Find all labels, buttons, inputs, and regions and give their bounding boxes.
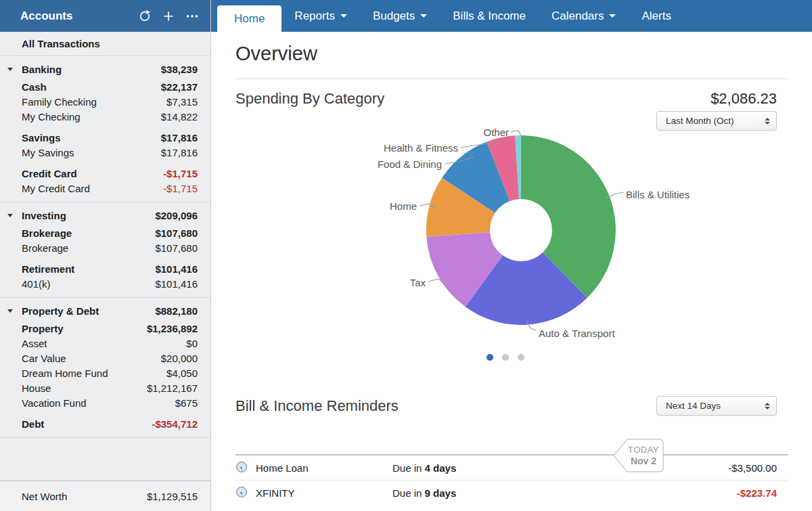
clock-icon — [235, 486, 248, 498]
account-balance: $14,822 — [161, 111, 198, 123]
nav-alerts[interactable]: Alerts — [629, 0, 683, 32]
add-icon[interactable] — [161, 9, 176, 24]
today-date: Nov 2 — [625, 456, 662, 467]
due-prefix: Due in — [392, 462, 422, 474]
account-balance: $22,137 — [161, 81, 198, 93]
sidebar-item-my-savings[interactable]: My Savings$17,816 — [0, 145, 210, 160]
pie-label-auto-transport: Auto & Transport — [539, 328, 615, 339]
due-days: 4 days — [425, 462, 457, 474]
reminder-row-xfinity[interactable]: XFINITYDue in 9 days-$223.74 — [235, 481, 788, 506]
due-prefix: Due in — [392, 487, 422, 499]
spending-period-value: Last Month (Oct) — [666, 116, 734, 126]
due-days: 9 days — [425, 487, 457, 499]
account-label: Investing — [22, 210, 66, 221]
pie-label-health-fitness: Health & Fitness — [384, 142, 458, 154]
nav-item-label: Home — [234, 12, 265, 26]
reminders-range-select[interactable]: Next 14 Days — [656, 396, 777, 416]
reminder-due: Due in 4 days — [392, 462, 728, 474]
spending-period-select[interactable]: Last Month (Oct) — [656, 111, 777, 131]
account-label: Vacation Fund — [22, 397, 87, 409]
sidebar-item-cash[interactable]: Cash$22,137 — [0, 79, 210, 94]
app-window: Accounts — [0, 0, 812, 511]
more-icon[interactable] — [185, 9, 200, 24]
pie-label-food-dining: Food & Dining — [378, 158, 442, 170]
today-label: TODAY — [625, 444, 662, 456]
sidebar-item-vacation-fund[interactable]: Vacation Fund$675 — [0, 395, 210, 410]
reminder-name: XFINITY — [256, 487, 392, 499]
reminders-section-header: Bill & Income Reminders Next 14 Days — [235, 396, 788, 416]
page-dot-1[interactable] — [487, 354, 493, 361]
account-balance: -$1,715 — [163, 183, 198, 194]
reminder-row-home-loan[interactable]: Home LoanDue in 4 days-$3,500.00 — [235, 456, 788, 481]
sidebar-item-debt[interactable]: Debt-$354,712 — [0, 416, 210, 431]
spending-total: $2,086.23 — [710, 90, 777, 108]
account-balance: $101,416 — [155, 263, 198, 275]
page-dot-2[interactable] — [502, 354, 509, 361]
nav-calendars[interactable]: Calendars — [539, 0, 629, 32]
sidebar-item-dream-home-fund[interactable]: Dream Home Fund$4,050 — [0, 365, 210, 380]
account-balance: -$1,715 — [163, 168, 198, 179]
section-divider — [235, 79, 788, 79]
account-balance: $0 — [186, 338, 198, 349]
sidebar-item-credit-card[interactable]: Credit Card-$1,715 — [0, 166, 210, 181]
overview-content: Overview Spending By Category $2,086.23 … — [211, 32, 812, 511]
page-dot-3[interactable] — [518, 354, 524, 361]
sidebar-item-house[interactable]: House$1,212,167 — [0, 380, 210, 395]
accounts-section: Property & Debt$882,180Property$1,236,89… — [0, 298, 210, 438]
account-label: Asset — [22, 338, 47, 349]
account-label: Credit Card — [22, 168, 77, 179]
accounts-list: Banking$38,239Cash$22,137Family Checking… — [0, 56, 210, 438]
select-stepper-icon — [765, 118, 770, 125]
sidebar-item-banking[interactable]: Banking$38,239 — [0, 60, 210, 78]
account-label: Brokerage — [22, 227, 72, 239]
account-balance: $675 — [175, 397, 198, 409]
chevron-down-icon — [340, 14, 347, 18]
sidebar-item-property[interactable]: Property$1,236,892 — [0, 321, 210, 336]
account-balance: $38,239 — [161, 64, 198, 75]
sidebar-item-asset[interactable]: Asset$0 — [0, 336, 210, 351]
accounts-section: Banking$38,239Cash$22,137Family Checking… — [0, 56, 210, 202]
pie-label-tax: Tax — [410, 277, 426, 288]
net-worth-row: Net Worth $1,129,515 — [0, 481, 210, 511]
sidebar-item-brokerage[interactable]: Brokerage$107,680 — [0, 240, 210, 255]
nav-home[interactable]: Home — [217, 5, 281, 32]
nav-item-label: Reports — [294, 9, 335, 23]
account-balance: -$354,712 — [152, 418, 198, 430]
nav-item-label: Alerts — [641, 9, 671, 23]
reminders-title: Bill & Income Reminders — [235, 397, 399, 415]
disclosure-triangle-icon[interactable] — [7, 309, 13, 313]
sidebar-item-retirement[interactable]: Retirement$101,416 — [0, 261, 210, 276]
nav-budgets[interactable]: Budgets — [360, 0, 440, 32]
clock-icon — [235, 461, 248, 473]
spending-title: Spending By Category — [235, 90, 384, 108]
sidebar-item-family-checking[interactable]: Family Checking$7,315 — [0, 94, 210, 109]
account-label: Property — [22, 323, 64, 334]
select-stepper-icon — [765, 403, 770, 409]
account-balance: $107,680 — [155, 227, 198, 239]
nav-item-label: Bills & Income — [453, 9, 526, 23]
sidebar-item-property-debt[interactable]: Property & Debt$882,180 — [0, 302, 210, 319]
chevron-down-icon — [420, 14, 427, 18]
reminder-icon-cell — [235, 461, 256, 475]
sidebar-title: Accounts — [20, 9, 137, 23]
refresh-icon[interactable] — [137, 9, 152, 24]
sidebar-toolbar — [137, 9, 200, 24]
sidebar-item-investing[interactable]: Investing$209,096 — [0, 206, 210, 224]
reminder-amount: -$3,500.00 — [728, 462, 788, 474]
sidebar-item-savings[interactable]: Savings$17,816 — [0, 130, 210, 145]
spending-section-header: Spending By Category $2,086.23 — [235, 90, 788, 108]
reminder-amount: -$223.74 — [737, 487, 788, 499]
nav-bills-income[interactable]: Bills & Income — [440, 0, 539, 32]
disclosure-triangle-icon[interactable] — [7, 68, 13, 71]
sidebar-item-my-checking[interactable]: My Checking$14,822 — [0, 109, 210, 124]
sidebar-item-my-credit-card[interactable]: My Credit Card-$1,715 — [0, 181, 210, 196]
nav-item-label: Budgets — [373, 9, 415, 23]
sidebar-item-all-transactions[interactable]: All Transactions — [0, 32, 210, 56]
nav-reports[interactable]: Reports — [281, 0, 360, 32]
disclosure-triangle-icon[interactable] — [7, 214, 13, 217]
sidebar-item-car-value[interactable]: Car Value$20,000 — [0, 351, 210, 365]
spending-donut-chart: Bills & UtilitiesAuto & TransportTaxHome… — [235, 131, 788, 372]
top-navbar: HomeReportsBudgetsBills & IncomeCalendar… — [211, 0, 812, 32]
sidebar-item-401-k-[interactable]: 401(k)$101,416 — [0, 276, 210, 291]
sidebar-item-brokerage[interactable]: Brokerage$107,680 — [0, 225, 210, 240]
